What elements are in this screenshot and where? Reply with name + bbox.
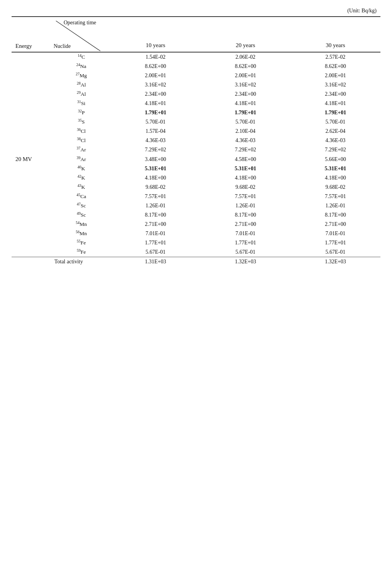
- energy-cell: [12, 71, 52, 80]
- unit-label: (Unit: Bq/kg): [12, 8, 380, 14]
- value-cell-y30: 4.18E+00: [291, 173, 380, 183]
- value-cell-y30: 2.71E+00: [291, 220, 380, 229]
- main-table: Energy Operating time Nuclide 10 years 2…: [12, 16, 380, 266]
- value-cell-y10: 3.48E+00: [110, 154, 200, 164]
- nuclide-cell: 40K: [52, 164, 111, 173]
- value-cell-y20: 1.77E+01: [201, 238, 291, 248]
- value-cell-y10: 5.70E-01: [110, 117, 200, 127]
- total-label: Total activity: [52, 257, 111, 267]
- value-cell-y20: 4.18E+00: [201, 173, 291, 183]
- table-row: 45Ca7.57E+017.57E+017.57E+01: [12, 192, 380, 201]
- energy-cell: [12, 229, 52, 238]
- energy-cell: [12, 62, 52, 71]
- energy-cell: [12, 145, 52, 154]
- value-cell-y10: 7.01E-01: [110, 229, 200, 238]
- nuclide-cell: 27Mg: [52, 71, 111, 80]
- nuclide-cell: 55Fe: [52, 238, 111, 248]
- diagonal-header: Operating time Nuclide: [52, 17, 102, 52]
- nuclide-cell: 49Sc: [52, 210, 111, 220]
- nuclide-cell: 47Sc: [52, 201, 111, 210]
- energy-cell: [12, 127, 52, 136]
- energy-cell: [12, 164, 52, 173]
- value-cell-y10: 4.36E-03: [110, 136, 200, 145]
- table-row: 14C1.54E-022.06E-022.57E-02: [12, 52, 380, 62]
- table-row: 24Na8.62E+008.62E+008.62E+00: [12, 62, 380, 71]
- table-row: 40K5.31E+015.31E+015.31E+01: [12, 164, 380, 173]
- energy-header-label: Energy: [15, 43, 32, 49]
- table-row: 56Mn7.01E-017.01E-017.01E-01: [12, 229, 380, 238]
- nuclide-cell: 29Al: [52, 90, 111, 99]
- value-cell-y20: 2.06E-02: [201, 52, 291, 62]
- nuclide-cell: 56Mn: [52, 229, 111, 238]
- value-cell-y20: 1.79E+01: [201, 108, 291, 117]
- total-row: Total activity1.31E+031.32E+031.32E+03: [12, 257, 380, 267]
- years-20-header: 20 years: [201, 17, 291, 52]
- value-cell-y30: 5.70E-01: [291, 117, 380, 127]
- energy-cell: [12, 90, 52, 99]
- value-cell-y30: 8.17E+00: [291, 210, 380, 220]
- value-cell-y10: 7.57E+01: [110, 192, 200, 201]
- value-cell-y30: 2.57E-02: [291, 52, 380, 62]
- value-cell-y10: 1.77E+01: [110, 238, 200, 248]
- value-cell-y30: 5.67E-01: [291, 248, 380, 257]
- energy-cell: [12, 192, 52, 201]
- energy-cell: [12, 183, 52, 192]
- table-row: 31Si4.18E+014.18E+014.18E+01: [12, 99, 380, 108]
- table-row: 36Cl1.57E-042.10E-042.62E-04: [12, 127, 380, 136]
- value-cell-y20: 4.18E+01: [201, 99, 291, 108]
- energy-cell: [12, 136, 52, 145]
- nuclide-cell: 28Al: [52, 80, 111, 90]
- value-cell-y20: 2.00E+01: [201, 71, 291, 80]
- value-cell-y30: 1.77E+01: [291, 238, 380, 248]
- total-energy-cell: [12, 257, 52, 267]
- table-row: 28Al3.16E+023.16E+023.16E+02: [12, 80, 380, 90]
- table-row: 49Sc8.17E+008.17E+008.17E+00: [12, 210, 380, 220]
- value-cell-y30: 7.29E+02: [291, 145, 380, 154]
- nuclide-label: Nuclide: [54, 43, 71, 49]
- energy-header: Energy: [12, 17, 52, 52]
- value-cell-y30: 8.62E+00: [291, 62, 380, 71]
- energy-cell: [12, 248, 52, 257]
- value-cell-y10: 2.71E+00: [110, 220, 200, 229]
- energy-cell: [12, 80, 52, 90]
- value-cell-y20: 7.29E+02: [201, 145, 291, 154]
- table-row: 20 MV39Ar3.48E+004.58E+005.66E+00: [12, 154, 380, 164]
- total-value-y20: 1.32E+03: [201, 257, 291, 267]
- value-cell-y10: 2.34E+00: [110, 90, 200, 99]
- value-cell-y10: 5.31E+01: [110, 164, 200, 173]
- nuclide-cell: 42K: [52, 173, 111, 183]
- table-row: 59Fe5.67E-015.67E-015.67E-01: [12, 248, 380, 257]
- value-cell-y10: 7.29E+02: [110, 145, 200, 154]
- value-cell-y10: 8.17E+00: [110, 210, 200, 220]
- energy-cell: 20 MV: [12, 154, 52, 164]
- energy-cell: [12, 210, 52, 220]
- value-cell-y10: 2.00E+01: [110, 71, 200, 80]
- value-cell-y30: 2.34E+00: [291, 90, 380, 99]
- value-cell-y20: 2.10E-04: [201, 127, 291, 136]
- value-cell-y30: 1.79E+01: [291, 108, 380, 117]
- value-cell-y30: 4.36E-03: [291, 136, 380, 145]
- value-cell-y30: 7.57E+01: [291, 192, 380, 201]
- nuclide-cell: 35S: [52, 117, 111, 127]
- total-value-y30: 1.32E+03: [291, 257, 380, 267]
- nuclide-cell: 32P: [52, 108, 111, 117]
- table-row: 55Fe1.77E+011.77E+011.77E+01: [12, 238, 380, 248]
- nuclide-cell: 54Mn: [52, 220, 111, 229]
- value-cell-y30: 5.66E+00: [291, 154, 380, 164]
- value-cell-y30: 3.16E+02: [291, 80, 380, 90]
- table-row: 29Al2.34E+002.34E+002.34E+00: [12, 90, 380, 99]
- table-row: 47Sc1.26E-011.26E-011.26E-01: [12, 201, 380, 210]
- table-body: 14C1.54E-022.06E-022.57E-0224Na8.62E+008…: [12, 52, 380, 266]
- value-cell-y30: 7.01E-01: [291, 229, 380, 238]
- energy-cell: [12, 173, 52, 183]
- table-row: 35S5.70E-015.70E-015.70E-01: [12, 117, 380, 127]
- value-cell-y10: 8.62E+00: [110, 62, 200, 71]
- energy-cell: [12, 99, 52, 108]
- value-cell-y30: 4.18E+01: [291, 99, 380, 108]
- value-cell-y20: 5.31E+01: [201, 164, 291, 173]
- nuclide-cell: 31Si: [52, 99, 111, 108]
- value-cell-y10: 9.68E-02: [110, 183, 200, 192]
- total-value-y10: 1.31E+03: [110, 257, 200, 267]
- value-cell-y20: 7.57E+01: [201, 192, 291, 201]
- value-cell-y10: 4.18E+01: [110, 99, 200, 108]
